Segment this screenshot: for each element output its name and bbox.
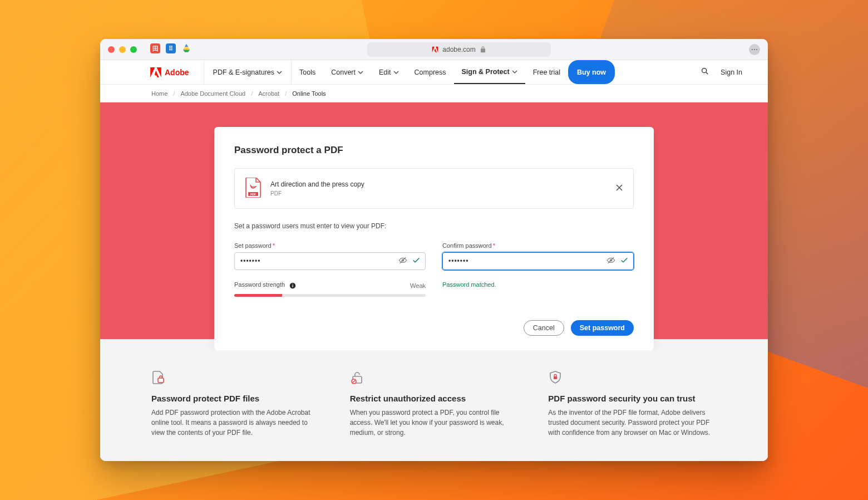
shield-lock-icon (548, 370, 717, 387)
bookmark-icon-1[interactable]: 田 (150, 43, 160, 53)
confirm-password-input[interactable] (448, 257, 598, 265)
lock-icon (479, 46, 487, 53)
svg-rect-12 (293, 285, 293, 287)
adobe-favicon-icon (431, 46, 439, 53)
feature-protect: Password protect PDF files Add PDF passw… (151, 370, 320, 438)
feature-protect-title: Password protect PDF files (151, 394, 320, 403)
nav-convert[interactable]: Convert (323, 60, 371, 84)
chevron-down-icon (358, 70, 363, 75)
pdf-file-icon: PDF (245, 178, 262, 199)
feature-restrict: Restrict unauthorized access When you pa… (350, 370, 519, 438)
crumb-home[interactable]: Home (151, 90, 167, 97)
browser-chrome: 田 ⠿ adobe.com ⋯ (100, 39, 768, 60)
crumb-adoc[interactable]: Adobe Document Cloud (180, 90, 245, 97)
browser-window: 田 ⠿ adobe.com ⋯ Adobe PDF & E-signatures (100, 39, 768, 460)
password-card: Password protect a PDF PDF Art direction… (214, 127, 654, 350)
strength-meter (234, 294, 426, 297)
confirm-password-label: Confirm password* (442, 242, 634, 249)
set-password-field: Set password* (234, 242, 426, 270)
crumb-acrobat[interactable]: Acrobat (258, 90, 279, 97)
svg-line-4 (706, 72, 708, 74)
feature-trust-title: PDF password security you can trust (548, 394, 717, 403)
confirm-password-field: Confirm password* (442, 242, 634, 270)
svg-rect-18 (554, 376, 557, 379)
svg-text:PDF: PDF (250, 193, 256, 196)
pdf-lock-icon (151, 370, 320, 387)
feature-trust: PDF password security you can trust As t… (548, 370, 717, 438)
file-type: PDF (270, 190, 364, 197)
bookmark-icon-2[interactable]: ⠿ (166, 43, 176, 53)
adobe-logo-label: Adobe (165, 68, 189, 77)
set-password-label: Set password* (234, 242, 426, 249)
crumb-current: Online Tools (292, 90, 326, 97)
features-section: Password protect PDF files Add PDF passw… (100, 350, 768, 461)
nav-edit[interactable]: Edit (371, 60, 407, 84)
password-strength: Password strength Weak (234, 281, 426, 296)
feature-protect-body: Add PDF password protection with the Ado… (151, 408, 320, 438)
bookmark-icons: 田 ⠿ (150, 43, 191, 55)
password-matched-text: Password matched. (442, 281, 634, 288)
remove-file-button[interactable] (615, 184, 623, 193)
sign-in-link[interactable]: Sign In (721, 68, 742, 76)
window-minimize-icon[interactable] (119, 46, 126, 53)
svg-point-3 (702, 68, 707, 73)
adobe-logo-icon (150, 67, 161, 77)
nav-product-dropdown[interactable]: PDF & E-signatures (204, 60, 292, 84)
feature-trust-body: As the inventor of the PDF file format, … (548, 408, 717, 438)
nav-free-trial[interactable]: Free trial (525, 60, 568, 84)
set-password-button[interactable]: Set password (571, 320, 634, 336)
card-title: Password protect a PDF (234, 145, 634, 156)
chevron-down-icon (393, 70, 399, 75)
window-zoom-icon[interactable] (130, 46, 137, 53)
instruction-text: Set a password users must enter to view … (234, 222, 634, 230)
set-password-input[interactable] (240, 257, 389, 265)
chevron-down-icon (512, 69, 517, 75)
feature-restrict-title: Restrict unauthorized access (350, 394, 519, 403)
svg-marker-1 (183, 50, 190, 53)
window-controls (108, 46, 137, 53)
strength-label: Password strength (234, 281, 285, 288)
breadcrumb: Home/ Adobe Document Cloud/ Acrobat/ Onl… (100, 85, 768, 102)
window-close-icon[interactable] (108, 46, 115, 53)
address-text: adobe.com (442, 46, 475, 53)
checkmark-icon (412, 256, 421, 267)
close-icon (615, 184, 623, 192)
buy-now-button[interactable]: Buy now (568, 60, 615, 84)
info-icon[interactable] (287, 281, 297, 288)
nav-compress[interactable]: Compress (407, 60, 454, 84)
adobe-logo[interactable]: Adobe (150, 60, 204, 84)
nav-product-label: PDF & E-signatures (213, 68, 274, 76)
bookmark-icon-drive[interactable] (181, 43, 191, 55)
nav-sign-protect[interactable]: Sign & Protect (454, 60, 525, 84)
search-icon[interactable] (701, 67, 709, 77)
file-row: PDF Art direction and the press copy PDF (234, 168, 634, 209)
svg-marker-0 (183, 47, 190, 50)
site-nav: Adobe PDF & E-signatures Tools Convert E… (100, 60, 768, 85)
checkmark-icon (620, 256, 629, 267)
strength-level: Weak (410, 282, 426, 289)
chevron-down-icon (277, 70, 282, 75)
svg-rect-14 (158, 378, 164, 383)
toggle-visibility-icon[interactable] (606, 256, 615, 267)
nav-tools[interactable]: Tools (292, 60, 323, 84)
restrict-icon (350, 370, 519, 387)
cancel-button[interactable]: Cancel (524, 320, 564, 336)
address-bar[interactable]: adobe.com (367, 42, 551, 57)
browser-menu-icon[interactable]: ⋯ (749, 44, 760, 55)
svg-rect-13 (293, 283, 293, 284)
feature-restrict-body: When you password protect a PDF, you con… (350, 408, 519, 438)
file-name: Art direction and the press copy (270, 180, 364, 188)
hero-section: Password protect a PDF PDF Art direction… (100, 102, 768, 460)
toggle-visibility-icon[interactable] (398, 256, 407, 267)
